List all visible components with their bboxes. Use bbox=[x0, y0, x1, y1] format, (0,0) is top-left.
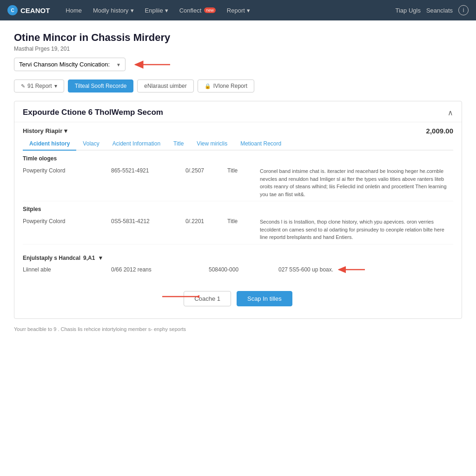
card-body: History Riapir ▾ 2,009.00 Acident histor… bbox=[14, 122, 462, 318]
chevron-icon: ▾ bbox=[54, 83, 57, 89]
action-row: Coache 1 Scap In tilles bbox=[23, 286, 453, 311]
nav-items: Home Modly history ▾ Enpliie ▾ Conflect … bbox=[61, 5, 395, 16]
report-btn[interactable]: ✎ 91 Report ▾ bbox=[14, 79, 64, 93]
nav-tiap-ugls[interactable]: Tiap Ugls bbox=[395, 7, 420, 14]
main-content: Otine Mincor in Chassis Mirdery Masthal … bbox=[0, 20, 476, 476]
chevron-icon: ▾ bbox=[131, 7, 134, 14]
chevron-icon: ▾ bbox=[64, 127, 67, 134]
exhaust-number-btn[interactable]: eNlaraust uimber bbox=[137, 79, 193, 93]
emp-extra-cell: 027 5S5-600 up boax. bbox=[278, 265, 449, 274]
type-selector[interactable]: Tervi Chanson Misclty Conication: bbox=[14, 58, 126, 71]
red-arrow-selector bbox=[133, 59, 170, 70]
card-header: Expourde Ctione 6 TholWemp Secom ∧ bbox=[14, 101, 462, 122]
group-title-1: Timle ologes bbox=[23, 155, 453, 162]
nav-badge: new bbox=[204, 7, 216, 13]
tab-accident-history[interactable]: Acident history bbox=[23, 138, 76, 151]
employees-header: Enjulstaply s Handcal 9,A1 ▼ bbox=[23, 255, 453, 261]
employees-dropdown-icon[interactable]: ▼ bbox=[98, 255, 103, 261]
main-card: Expourde Ctione 6 TholWemp Secom ∧ Histo… bbox=[14, 101, 462, 319]
navbar: C CEANOT Home Modly history ▾ Enpliie ▾ … bbox=[0, 0, 476, 20]
row-type: Title bbox=[227, 167, 255, 198]
tab-metioant-record[interactable]: Metioant Record bbox=[234, 138, 288, 151]
row-code: 0S5-5831-4212 bbox=[111, 218, 181, 241]
selector-row: Tervi Chanson Misclty Conication: bbox=[14, 58, 462, 71]
brand-label: CEANOT bbox=[20, 7, 50, 14]
section-amount: 2,009.00 bbox=[426, 127, 453, 135]
row-num: 0/.2201 bbox=[185, 218, 223, 241]
section-header: History Riapir ▾ 2,009.00 bbox=[23, 122, 453, 138]
chevron-icon: ▾ bbox=[165, 7, 168, 14]
sooft-records-btn[interactable]: Tilteal Sooft Recorde bbox=[68, 79, 134, 93]
red-arrow-action bbox=[162, 291, 199, 302]
selector-wrapper: Tervi Chanson Misclty Conication: bbox=[14, 58, 126, 71]
save-button[interactable]: Scap In tilles bbox=[237, 291, 292, 306]
nav-home[interactable]: Home bbox=[61, 5, 86, 16]
tab-accident-information[interactable]: Acident Information bbox=[106, 138, 167, 151]
tabs: Acident history Volacy Acident Informati… bbox=[23, 138, 453, 151]
info-button[interactable]: i bbox=[458, 5, 469, 15]
row-num: 0/.2507 bbox=[185, 167, 223, 198]
red-arrow-employee bbox=[337, 265, 365, 274]
table-row: Powperity Colord 0S5-5831-4212 0/.2201 T… bbox=[23, 215, 453, 245]
chevron-icon: ▾ bbox=[247, 7, 250, 14]
emp-id: 508400-000 bbox=[209, 266, 274, 273]
card-title: Expourde Ctione 6 TholWemp Secom bbox=[23, 108, 163, 117]
nav-conflect[interactable]: Conflect new bbox=[175, 5, 220, 16]
tab-volacy[interactable]: Volacy bbox=[76, 138, 106, 151]
employees-row: Liinnel able 0/66 2012 reans 508400-000 … bbox=[23, 265, 453, 274]
employees-sub: 9,A1 bbox=[83, 255, 95, 261]
row-name: Powperity Colord bbox=[23, 167, 106, 198]
emp-name: Liinnel able bbox=[23, 266, 106, 273]
nav-enpliie[interactable]: Enpliie ▾ bbox=[140, 5, 173, 16]
nav-seanclats[interactable]: Seanclats bbox=[426, 7, 453, 14]
collapse-icon[interactable]: ∧ bbox=[448, 108, 453, 117]
table-row: Powperity Colord 865-5521-4921 0/.2507 T… bbox=[23, 165, 453, 201]
nav-modly-history[interactable]: Modly history ▾ bbox=[88, 5, 139, 16]
edit-icon: ✎ bbox=[21, 83, 25, 89]
emp-date: 0/66 2012 reans bbox=[111, 266, 204, 273]
brand[interactable]: C CEANOT bbox=[7, 5, 50, 15]
page-subtitle: Masthal Prges 19, 201 bbox=[14, 46, 462, 52]
group-title-2: Sitples bbox=[23, 206, 453, 212]
page-title: Otine Mincor in Chassis Mirdery bbox=[14, 32, 462, 44]
tab-title[interactable]: Title bbox=[167, 138, 190, 151]
brand-icon: C bbox=[7, 5, 18, 15]
nav-report[interactable]: Report ▾ bbox=[222, 5, 255, 16]
tab-view-miriclis[interactable]: View miriclis bbox=[190, 138, 234, 151]
employees-section: Enjulstaply s Handcal 9,A1 ▼ Liinnel abl… bbox=[23, 251, 453, 278]
row-type: Title bbox=[227, 218, 255, 241]
row-desc: Coronel band intsime chat is. iteracter … bbox=[260, 167, 453, 198]
row-name: Powperity Colord bbox=[23, 218, 106, 241]
more-report-btn[interactable]: 🔒 IVlone Report bbox=[198, 79, 254, 93]
lock-icon: 🔒 bbox=[205, 83, 211, 89]
footer-note: Yourr beaclble to 9 . Chasis lis rehcice… bbox=[14, 326, 462, 332]
emp-extra: 027 5S5-600 up boax. bbox=[278, 266, 333, 273]
row-code: 865-5521-4921 bbox=[111, 167, 181, 198]
toolbar: ✎ 91 Report ▾ Tilteal Sooft Recorde eNla… bbox=[14, 79, 462, 93]
section-label[interactable]: History Riapir ▾ bbox=[23, 127, 67, 134]
row-desc: Seconds l is is Installion, thop clone h… bbox=[260, 218, 453, 241]
nav-right: Tiap Ugls Seanclats i bbox=[395, 5, 469, 15]
